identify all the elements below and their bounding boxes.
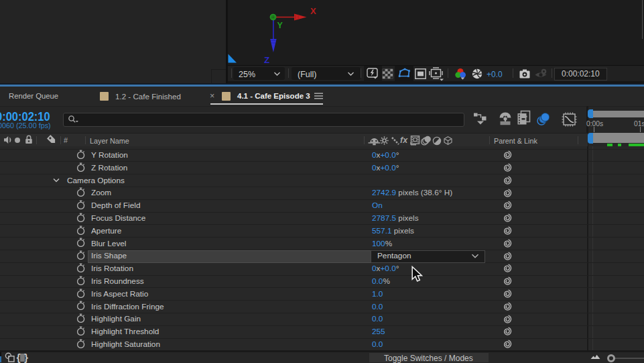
svg-text:Y: Y — [277, 21, 283, 30]
svg-text:Z: Z — [264, 55, 269, 65]
svg-text:X: X — [310, 6, 316, 16]
